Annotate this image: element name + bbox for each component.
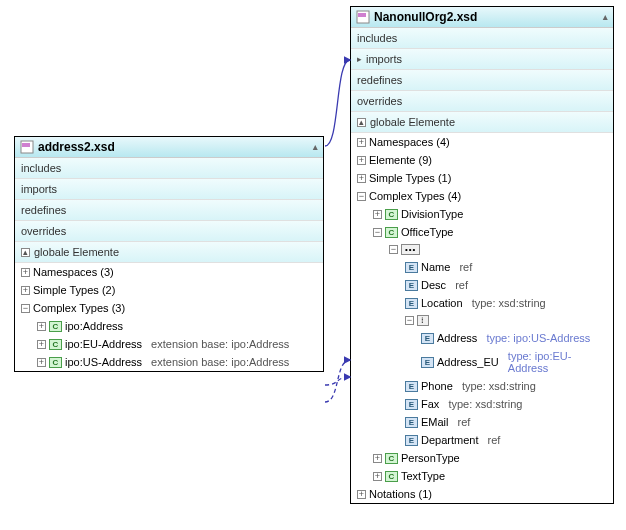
row-notations[interactable]: +Notations (1) bbox=[351, 485, 613, 503]
row-namespaces[interactable]: +Namespaces (4) bbox=[351, 133, 613, 151]
expand-toggle-icon[interactable]: + bbox=[373, 210, 382, 219]
section-imports[interactable]: imports bbox=[15, 179, 323, 200]
panel-header-nanonull[interactable]: NanonullOrg2.xsd ▴ bbox=[351, 7, 613, 28]
element-icon: E bbox=[405, 262, 418, 273]
row-simple-types[interactable]: +Simple Types (1) bbox=[351, 169, 613, 187]
svg-rect-3 bbox=[358, 13, 366, 17]
row-namespaces[interactable]: +Namespaces (3) bbox=[15, 263, 323, 281]
row-ct-ipo-us-address[interactable]: +Cipo:US-Address extension base: ipo:Add… bbox=[15, 353, 323, 371]
row-el-fax[interactable]: EFax type: xsd:string bbox=[351, 395, 613, 413]
collapse-toggle-icon[interactable]: − bbox=[21, 304, 30, 313]
expand-toggle-icon[interactable]: + bbox=[357, 138, 366, 147]
complex-type-icon: C bbox=[49, 321, 62, 332]
complex-type-icon: C bbox=[385, 453, 398, 464]
row-el-address[interactable]: EAddress type: ipo:US-Address bbox=[351, 329, 613, 347]
collapse-toggle-icon[interactable]: − bbox=[373, 228, 382, 237]
row-el-department[interactable]: EDepartment ref bbox=[351, 431, 613, 449]
complex-type-icon: C bbox=[49, 339, 62, 350]
section-redefines[interactable]: redefines bbox=[15, 200, 323, 221]
section-globale[interactable]: ▴globale Elemente bbox=[351, 112, 613, 133]
element-icon: E bbox=[405, 298, 418, 309]
expand-toggle-icon[interactable]: + bbox=[357, 174, 366, 183]
expand-toggle-icon[interactable]: + bbox=[357, 156, 366, 165]
expand-toggle-icon[interactable]: + bbox=[21, 286, 30, 295]
element-icon: E bbox=[405, 399, 418, 410]
expand-toggle-icon[interactable]: + bbox=[21, 268, 30, 277]
row-simple-types[interactable]: +Simple Types (2) bbox=[15, 281, 323, 299]
collapse-toggle-icon[interactable]: − bbox=[389, 245, 398, 254]
section-redefines[interactable]: redefines bbox=[351, 70, 613, 91]
row-text-type[interactable]: +CTextType bbox=[351, 467, 613, 485]
panel-title: NanonullOrg2.xsd bbox=[374, 10, 477, 24]
expand-toggle-icon[interactable]: + bbox=[373, 454, 382, 463]
section-includes[interactable]: includes bbox=[351, 28, 613, 49]
expand-toggle-icon[interactable]: + bbox=[37, 340, 46, 349]
arrow-marker-icon: ▸ bbox=[357, 54, 362, 64]
complex-type-icon: C bbox=[385, 209, 398, 220]
expand-toggle-icon[interactable]: + bbox=[373, 472, 382, 481]
row-person-type[interactable]: +CPersonType bbox=[351, 449, 613, 467]
row-division-type[interactable]: +CDivisionType bbox=[351, 205, 613, 223]
element-icon: E bbox=[405, 280, 418, 291]
complex-type-icon: C bbox=[385, 227, 398, 238]
sequence-icon: ••• bbox=[401, 244, 420, 255]
collapse-toggle-icon[interactable]: ▴ bbox=[21, 248, 30, 257]
row-el-name[interactable]: EName ref bbox=[351, 258, 613, 276]
collapse-toggle-icon[interactable]: − bbox=[357, 192, 366, 201]
collapse-icon[interactable]: ▴ bbox=[313, 142, 318, 152]
row-sequence[interactable]: −••• bbox=[351, 241, 613, 258]
complex-type-icon: C bbox=[385, 471, 398, 482]
collapse-toggle-icon[interactable]: − bbox=[405, 316, 414, 325]
element-icon: E bbox=[405, 435, 418, 446]
section-overrides[interactable]: overrides bbox=[351, 91, 613, 112]
section-imports[interactable]: ▸imports bbox=[351, 49, 613, 70]
panel-nanonull: NanonullOrg2.xsd ▴ includes ▸imports red… bbox=[350, 6, 614, 504]
xsd-file-icon bbox=[356, 10, 370, 24]
row-el-email[interactable]: EEMail ref bbox=[351, 413, 613, 431]
row-office-type[interactable]: −COfficeType bbox=[351, 223, 613, 241]
expand-toggle-icon[interactable]: + bbox=[37, 358, 46, 367]
row-el-phone[interactable]: EPhone type: xsd:string bbox=[351, 377, 613, 395]
row-ct-ipo-eu-address[interactable]: +Cipo:EU-Address extension base: ipo:Add… bbox=[15, 335, 323, 353]
row-ct-ipo-address[interactable]: +Cipo:Address bbox=[15, 317, 323, 335]
row-el-address-eu[interactable]: EAddress_EU type: ipo:EU-Address bbox=[351, 347, 613, 377]
expand-toggle-icon[interactable]: + bbox=[37, 322, 46, 331]
collapse-icon[interactable]: ▴ bbox=[603, 12, 608, 22]
element-icon: E bbox=[421, 357, 434, 368]
svg-rect-1 bbox=[22, 143, 30, 147]
section-globale[interactable]: ▴ globale Elemente bbox=[15, 242, 323, 263]
section-overrides[interactable]: overrides bbox=[15, 221, 323, 242]
panel-address2: address2.xsd ▴ includes imports redefine… bbox=[14, 136, 324, 372]
complex-type-icon: C bbox=[49, 357, 62, 368]
choice-icon: ⁞ bbox=[417, 315, 429, 326]
element-icon: E bbox=[421, 333, 434, 344]
collapse-toggle-icon[interactable]: ▴ bbox=[357, 118, 366, 127]
element-icon: E bbox=[405, 417, 418, 428]
panel-title: address2.xsd bbox=[38, 140, 115, 154]
expand-toggle-icon[interactable]: + bbox=[357, 490, 366, 499]
row-complex-types[interactable]: −Complex Types (3) bbox=[15, 299, 323, 317]
row-el-location[interactable]: ELocation type: xsd:string bbox=[351, 294, 613, 312]
row-choice[interactable]: −⁞ bbox=[351, 312, 613, 329]
element-icon: E bbox=[405, 381, 418, 392]
section-includes[interactable]: includes bbox=[15, 158, 323, 179]
xsd-file-icon bbox=[20, 140, 34, 154]
panel-header-address2[interactable]: address2.xsd ▴ bbox=[15, 137, 323, 158]
row-complex-types[interactable]: −Complex Types (4) bbox=[351, 187, 613, 205]
row-el-desc[interactable]: EDesc ref bbox=[351, 276, 613, 294]
row-elemente[interactable]: +Elemente (9) bbox=[351, 151, 613, 169]
